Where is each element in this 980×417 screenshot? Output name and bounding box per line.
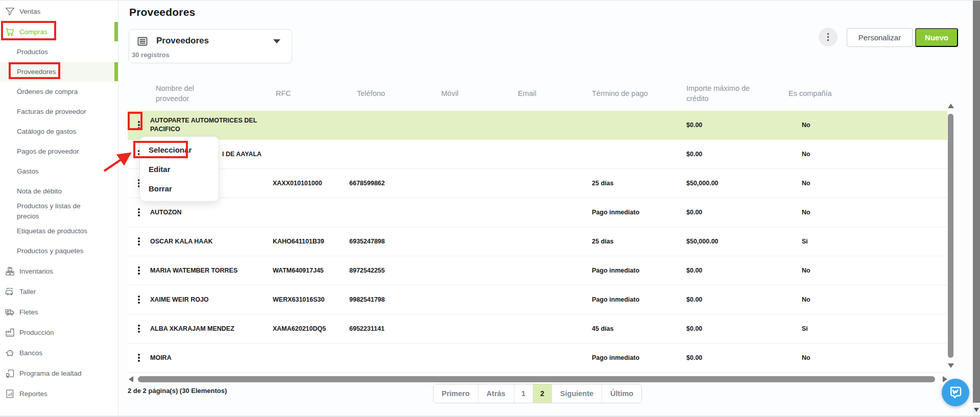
horizontal-scrollbar[interactable]: [128, 375, 948, 384]
cell-email: [518, 140, 592, 168]
active-indicator-bar: [114, 22, 118, 41]
cell-email: [518, 344, 592, 372]
cell-compania: No: [788, 285, 947, 314]
page-vertical-scrollbar-thumb[interactable]: [973, 1, 980, 403]
sidebar-item-proveedores[interactable]: Proveedores: [0, 62, 118, 82]
sidebar-item-ordenes-de-compra[interactable]: Órdenes de compra: [0, 82, 118, 102]
sidebar-item-catalogo-de-gastos[interactable]: Catálogo de gastos: [0, 121, 118, 141]
row-actions-cell: [128, 256, 150, 285]
chat-widget-button[interactable]: [942, 379, 969, 406]
personalize-button[interactable]: Personalizar: [847, 28, 913, 47]
sidebar-item-ventas[interactable]: Ventas: [0, 1, 118, 21]
row-actions-button[interactable]: [132, 291, 146, 308]
cell-name: OSCAR KALA HAAK: [150, 227, 273, 256]
table-vertical-scrollbar-thumb[interactable]: [948, 114, 953, 358]
cell-importe: $0.00: [686, 256, 788, 285]
cell-termino: Pago inmediato: [592, 344, 686, 372]
sidebar-item-gastos[interactable]: Gastos: [0, 161, 118, 181]
row-actions-button[interactable]: [132, 320, 146, 337]
cell-compania: Si: [788, 314, 947, 343]
sidebar-item-etiquetas-de-productos[interactable]: Etiquetas de productos: [0, 221, 118, 241]
page-button-2[interactable]: 2: [533, 384, 552, 403]
kebab-icon: [138, 121, 140, 129]
sidebar-item-nota-de-debito[interactable]: Nota de débito: [0, 181, 118, 201]
table-row: MARIA WATEMBER TORRESWATM640917J45897254…: [128, 256, 947, 285]
suppliers-table: Nombre del proveedorRFCTeléfonoMóvilEmai…: [128, 77, 947, 373]
scroll-down-arrow-icon[interactable]: [948, 363, 954, 368]
page-scroll-down-arrow-icon[interactable]: [974, 408, 979, 412]
list-selector-dropdown[interactable]: Proveedores 30 registros: [129, 29, 292, 63]
page-button-siguiente[interactable]: Siguiente: [552, 384, 602, 403]
page-vertical-scrollbar[interactable]: [973, 1, 980, 417]
row-actions-button[interactable]: [132, 262, 146, 279]
cell-telefono: 6935247898: [349, 227, 441, 256]
sidebar-item-bancos[interactable]: Bancos: [0, 342, 118, 363]
sidebar-item-label: Compras: [19, 28, 47, 36]
new-button[interactable]: Nuevo: [915, 28, 958, 47]
cell-movil: [441, 111, 518, 139]
cell-rfc: XAXX010101000: [273, 169, 349, 198]
table-vertical-scrollbar[interactable]: [947, 104, 954, 368]
sidebar-item-fletes[interactable]: Fletes: [0, 302, 118, 322]
sidebar-item-facturas-de-proveedor[interactable]: Facturas de proveedor: [0, 102, 118, 121]
shopping-cart-icon: [4, 26, 15, 37]
inventory-boxes-icon: [4, 265, 15, 277]
sidebar-item-label: Fletes: [19, 308, 38, 316]
cell-name: AUTOZON: [150, 198, 273, 227]
kebab-icon: [138, 354, 140, 362]
sidebar-item-productos[interactable]: Productos: [0, 42, 118, 62]
sidebar-item-pagos-de-proveedor[interactable]: Pagos de proveedor: [0, 141, 118, 161]
page-button-atras[interactable]: Atrás: [479, 384, 514, 403]
cell-email: [518, 256, 592, 285]
kebab-icon: [138, 296, 140, 304]
sidebar-item-inventarios[interactable]: Inventarios: [0, 261, 118, 281]
cell-rfc: [273, 344, 349, 372]
cell-rfc: WERX631016S30: [273, 285, 349, 314]
table-body: AUTOPARTE AUTOMOTRICES DEL PACIFICO$0.00…: [128, 111, 947, 373]
context-menu-item-borrar[interactable]: Borrar: [140, 179, 219, 198]
scroll-up-arrow-icon[interactable]: [948, 104, 954, 108]
bank-piggy-icon: [4, 347, 15, 358]
column-header-movil: Móvil: [441, 77, 518, 111]
context-menu-item-editar[interactable]: Editar: [140, 159, 219, 179]
page-button-ultimo[interactable]: Último: [602, 384, 641, 403]
sidebar-item-productos-y-listas-de-precios[interactable]: Productos y listas de precios: [0, 201, 118, 221]
loyalty-badge-icon: [4, 367, 15, 379]
sidebar-item-reportes[interactable]: Reportes: [0, 383, 118, 404]
row-actions-button[interactable]: [132, 204, 146, 221]
cell-movil: [441, 169, 518, 198]
table-row: OSCAR KALA HAAKKAHO641101B39693524789825…: [128, 227, 947, 256]
cell-compania: No: [788, 198, 947, 227]
page-title: Proveedores: [129, 6, 195, 18]
sidebar-item-label: Etiquetas de productos: [17, 226, 87, 236]
sidebar-item-label: Producción: [19, 329, 54, 336]
cell-rfc: XAMA620210DQ5: [273, 314, 349, 343]
row-actions-button[interactable]: [132, 233, 146, 250]
cell-importe: $50,000.00: [686, 227, 788, 256]
row-actions-cell: [128, 314, 150, 343]
sidebar-item-taller[interactable]: Taller: [0, 281, 118, 302]
cell-rfc: WATM640917J45: [273, 256, 349, 285]
page-button-primero[interactable]: Primero: [434, 384, 479, 403]
page-button-1[interactable]: 1: [514, 384, 533, 403]
cell-termino: 25 días: [592, 169, 686, 198]
row-actions-button[interactable]: [132, 349, 146, 366]
row-actions-button[interactable]: [132, 116, 146, 134]
cell-name: ALBA XKARAJAM MENDEZ: [150, 314, 273, 343]
sidebar-item-label: Bancos: [19, 349, 42, 357]
header-kebab-menu-button[interactable]: [819, 28, 838, 46]
scroll-left-arrow-icon[interactable]: [129, 376, 133, 382]
cell-name: MOIRA: [150, 344, 273, 372]
cell-termino: 25 días: [592, 227, 686, 256]
sidebar-item-label: Gastos: [17, 166, 39, 177]
horizontal-scrollbar-thumb[interactable]: [138, 376, 935, 382]
kebab-icon: [138, 208, 140, 216]
sidebar-item-programa-de-lealtad[interactable]: Programa de lealtad: [0, 363, 118, 383]
sidebar-item-produccion[interactable]: Producción: [0, 322, 118, 342]
cell-importe: $0.00: [686, 285, 788, 314]
sidebar-item-compras[interactable]: Compras: [0, 21, 118, 42]
record-count: 30 registros: [132, 51, 170, 59]
row-actions-cell: [128, 227, 150, 256]
sidebar-item-productos-y-paquetes[interactable]: Productos y paquetes: [0, 241, 118, 261]
context-menu-item-seleccionar[interactable]: Seleccionar: [140, 140, 219, 159]
